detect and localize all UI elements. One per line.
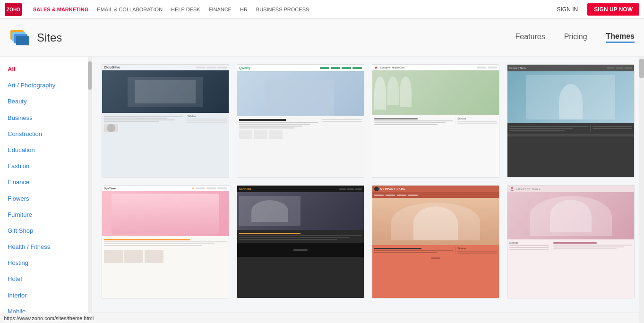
nav-business-process[interactable]: BUSINESS PROCESS bbox=[256, 7, 309, 12]
theme-card-cloudhive[interactable]: Cloudhive bbox=[102, 64, 229, 178]
sub-nav-pricing[interactable]: Pricing bbox=[564, 33, 587, 43]
content-area: Cloudhive bbox=[92, 57, 644, 323]
top-nav: ZOHO SALES & MARKETING EMAIL & COLLABORA… bbox=[0, 0, 644, 19]
sign-up-button[interactable]: SIGN UP NOW bbox=[587, 3, 639, 16]
theme-thumbnail-pink: COMPANY NAME Sidebar bbox=[507, 186, 634, 298]
theme-card-salmon[interactable]: COMPANY NAME bbox=[372, 185, 499, 298]
theme-thumbnail-dark: Company Name bbox=[507, 65, 634, 177]
sidebar-item-art-photography[interactable]: Art / Photography bbox=[0, 77, 92, 94]
sidebar-item-business[interactable]: Business bbox=[0, 110, 92, 126]
theme-thumbnail-tech: Cloudhive bbox=[102, 65, 229, 177]
nav-right: SIGN IN SIGN UP NOW bbox=[552, 3, 639, 16]
sidebar-item-hosting[interactable]: Hosting bbox=[0, 255, 92, 271]
sites-logo: Sites bbox=[9, 26, 62, 49]
logo-area: ZOHO bbox=[5, 3, 24, 16]
sidebar-item-hotel[interactable]: Hotel bbox=[0, 271, 92, 287]
theme-thumbnail-carmena: Carmena bbox=[237, 186, 364, 298]
sidebar: All Art / Photography Beauty Business Co… bbox=[0, 57, 92, 323]
sidebar-scrollbar[interactable] bbox=[88, 57, 92, 323]
theme-card-dark[interactable]: Company Name bbox=[507, 64, 635, 178]
svg-text:ZOHO: ZOHO bbox=[7, 7, 20, 12]
theme-card-qwerty[interactable]: Qwerty bbox=[237, 64, 364, 178]
sidebar-item-construction[interactable]: Construction bbox=[0, 126, 92, 142]
sub-nav-themes[interactable]: Themes bbox=[606, 32, 635, 43]
sidebar-item-furniture[interactable]: Furniture bbox=[0, 207, 92, 223]
theme-card-pink[interactable]: COMPANY NAME Sidebar bbox=[507, 185, 635, 298]
sidebar-item-fashion[interactable]: Fashion bbox=[0, 158, 92, 174]
zoho-logo[interactable]: ZOHO bbox=[5, 3, 22, 16]
sidebar-item-gift-shop[interactable]: Gift Shop bbox=[0, 223, 92, 239]
nav-sales-marketing[interactable]: SALES & MARKETING bbox=[33, 7, 88, 12]
sidebar-item-education[interactable]: Education bbox=[0, 142, 92, 158]
sidebar-item-all[interactable]: All bbox=[0, 61, 92, 77]
theme-thumbnail-spa: SpaTime bbox=[102, 186, 229, 298]
sign-in-button[interactable]: SIGN IN bbox=[552, 4, 583, 15]
theme-grid: Cloudhive bbox=[102, 64, 635, 298]
status-bar: https://www.zoho.com/sites/theme.html bbox=[0, 313, 644, 323]
nav-help-desk[interactable]: HELP DESK bbox=[171, 7, 200, 12]
main-layout: All Art / Photography Beauty Business Co… bbox=[0, 57, 644, 323]
theme-card-health[interactable]: Evergreen Health Care bbox=[372, 64, 499, 178]
nav-email-collab[interactable]: EMAIL & COLLABORATION bbox=[97, 7, 163, 12]
content-scrollbar[interactable] bbox=[639, 57, 644, 323]
theme-card-carmena[interactable]: Carmena bbox=[237, 185, 364, 298]
sub-nav-features[interactable]: Features bbox=[515, 33, 545, 43]
sidebar-item-interior[interactable]: Interior bbox=[0, 288, 92, 304]
sites-icon bbox=[9, 26, 32, 49]
nav-finance[interactable]: FINANCE bbox=[209, 7, 232, 12]
theme-card-spa[interactable]: SpaTime bbox=[102, 185, 229, 298]
sidebar-item-beauty[interactable]: Beauty bbox=[0, 94, 92, 110]
svg-rect-5 bbox=[16, 36, 29, 45]
sidebar-item-flowers[interactable]: Flowers bbox=[0, 191, 92, 207]
svg-point-7 bbox=[511, 187, 514, 189]
theme-thumbnail-qwerty: Qwerty bbox=[237, 65, 364, 177]
nav-hr[interactable]: HR bbox=[240, 7, 248, 12]
status-url: https://www.zoho.com/sites/theme.html bbox=[4, 315, 94, 321]
sub-header: Sites Features Pricing Themes bbox=[0, 19, 644, 57]
sidebar-item-health-fitness[interactable]: Health / Fitness bbox=[0, 239, 92, 255]
top-nav-links: SALES & MARKETING EMAIL & COLLABORATION … bbox=[33, 7, 552, 12]
sub-nav: Features Pricing Themes bbox=[515, 32, 635, 43]
theme-thumbnail-salmon: COMPANY NAME bbox=[372, 186, 499, 298]
sidebar-item-finance[interactable]: Finance bbox=[0, 174, 92, 190]
theme-thumbnail-health: Evergreen Health Care bbox=[372, 65, 499, 177]
page-title: Sites bbox=[37, 31, 62, 44]
svg-marker-6 bbox=[375, 66, 378, 69]
sidebar-scrollbar-thumb bbox=[88, 61, 92, 90]
